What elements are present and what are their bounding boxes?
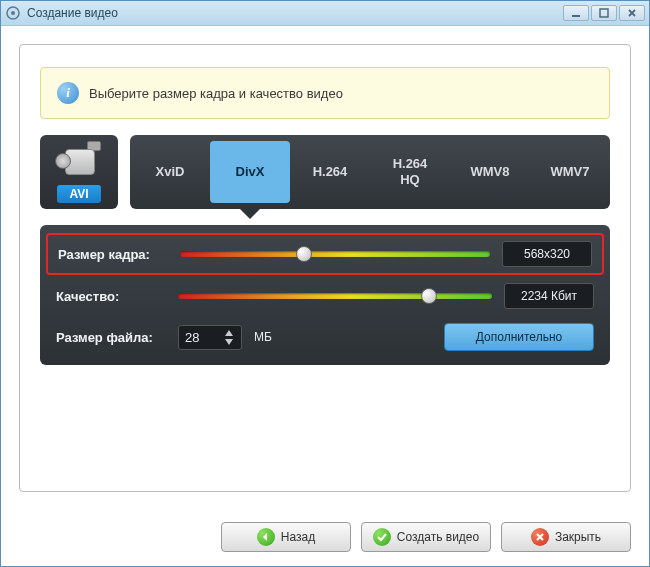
frame-size-thumb[interactable] (296, 246, 312, 262)
codec-tabs: XviDDivXH.264H.264 HQWMV8WMV7 (130, 135, 610, 209)
info-banner: i Выберите размер кадра и качество видео (40, 67, 610, 119)
svg-rect-2 (572, 15, 580, 17)
codec-tab-h264[interactable]: H.264 (290, 135, 370, 209)
quality-row: Качество: 2234 Кбит (56, 283, 594, 309)
filesize-stepper[interactable]: 28 (178, 325, 242, 350)
titlebar: Создание видео (1, 1, 649, 26)
close-button[interactable] (619, 5, 645, 21)
app-icon (5, 5, 21, 21)
filesize-value: 28 (185, 330, 215, 345)
frame-size-slider[interactable] (180, 245, 490, 263)
camcorder-icon (55, 141, 103, 181)
arrow-left-icon (257, 528, 275, 546)
window-title: Создание видео (27, 6, 563, 20)
app-window: Создание видео i Выберите размер кадра и… (0, 0, 650, 567)
quality-value: 2234 Кбит (504, 283, 594, 309)
quality-thumb[interactable] (421, 288, 437, 304)
codec-tab-h264hq[interactable]: H.264 HQ (370, 135, 450, 209)
codec-tab-wmv8[interactable]: WMV8 (450, 135, 530, 209)
codec-pointer-icon (240, 209, 260, 219)
close-footer-button[interactable]: Закрыть (501, 522, 631, 552)
create-video-button[interactable]: Создать видео (361, 522, 491, 552)
info-text: Выберите размер кадра и качество видео (89, 86, 343, 101)
quality-slider[interactable] (178, 287, 492, 305)
maximize-button[interactable] (591, 5, 617, 21)
format-badge[interactable]: AVI (40, 135, 118, 209)
codec-tab-wmv7[interactable]: WMV7 (530, 135, 610, 209)
codec-tab-divx[interactable]: DivX (210, 141, 290, 203)
close-button-label: Закрыть (555, 530, 601, 544)
svg-point-1 (11, 11, 15, 15)
svg-rect-3 (600, 9, 608, 17)
codec-tab-xvid[interactable]: XviD (130, 135, 210, 209)
format-label: AVI (57, 185, 100, 203)
check-icon (373, 528, 391, 546)
stepper-down-icon[interactable] (223, 338, 235, 346)
filesize-row: Размер файла: 28 МБ Дополнительно (56, 323, 594, 351)
filesize-unit: МБ (254, 330, 272, 344)
main-panel: i Выберите размер кадра и качество видео… (19, 44, 631, 492)
minimize-button[interactable] (563, 5, 589, 21)
quality-label: Качество: (56, 289, 166, 304)
frame-size-row: Размер кадра: 568x320 (46, 233, 604, 275)
settings-panel: Размер кадра: 568x320 Качество: 2234 Кби… (40, 225, 610, 365)
client-area: i Выберите размер кадра и качество видео… (1, 26, 649, 510)
close-icon (531, 528, 549, 546)
create-button-label: Создать видео (397, 530, 479, 544)
info-icon: i (57, 82, 79, 104)
codec-row: AVI XviDDivXH.264H.264 HQWMV8WMV7 (40, 135, 610, 209)
footer: Назад Создать видео Закрыть (1, 510, 649, 566)
frame-size-label: Размер кадра: (58, 247, 168, 262)
back-button-label: Назад (281, 530, 315, 544)
window-controls (563, 5, 645, 21)
frame-size-value: 568x320 (502, 241, 592, 267)
advanced-button[interactable]: Дополнительно (444, 323, 594, 351)
filesize-label: Размер файла: (56, 330, 166, 345)
back-button[interactable]: Назад (221, 522, 351, 552)
stepper-up-icon[interactable] (223, 329, 235, 337)
